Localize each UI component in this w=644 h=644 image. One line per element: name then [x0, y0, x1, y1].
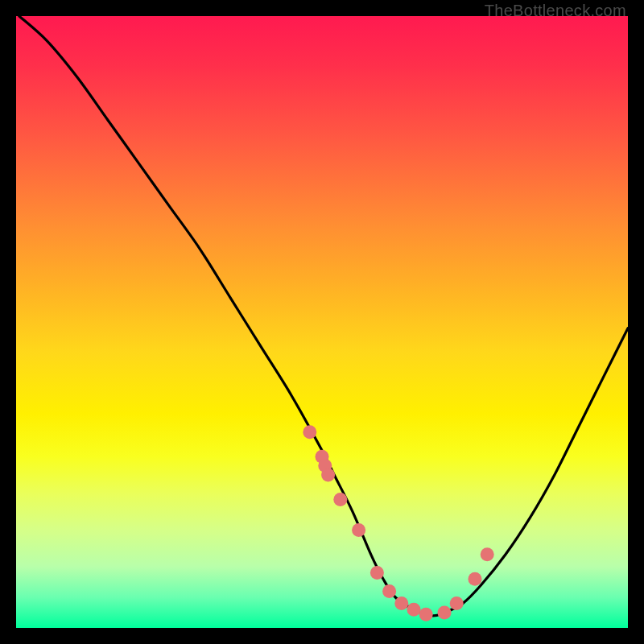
- bottleneck-curve: [19, 16, 628, 616]
- curve-marker: [394, 597, 408, 610]
- curve-marker: [450, 597, 464, 610]
- plot-area: [16, 16, 628, 628]
- curve-marker: [481, 547, 494, 561]
- curve-marker: [352, 523, 365, 537]
- curve-marker: [370, 566, 384, 580]
- chart-svg: [16, 16, 628, 628]
- curve-marker: [419, 608, 433, 621]
- curve-marker: [382, 584, 396, 598]
- curve-marker: [303, 425, 316, 439]
- curve-markers: [303, 425, 493, 621]
- chart-container: TheBottleneck.com: [0, 0, 644, 644]
- curve-marker: [438, 606, 452, 620]
- curve-marker: [321, 469, 335, 482]
- curve-marker: [469, 572, 482, 586]
- curve-marker: [333, 493, 347, 506]
- curve-marker: [407, 603, 421, 617]
